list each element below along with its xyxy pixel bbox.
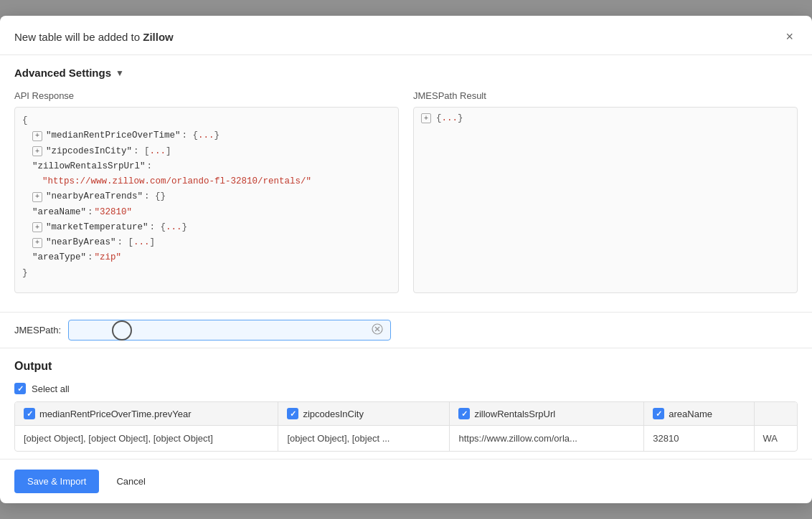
table-cell-col4: 32810 <box>644 426 754 452</box>
advanced-settings-toggle[interactable]: Advanced Settings ▼ <box>14 67 798 79</box>
jmes-result-panel: JMESPath Result + {...} <box>413 90 798 293</box>
expand-icon[interactable]: + <box>32 192 42 202</box>
jmespath-label: JMESPath: <box>14 325 61 335</box>
api-response-label: API Response <box>14 90 399 101</box>
table-header-col4: areaName <box>644 402 754 426</box>
json-line: "zillowRentalsSrpUrl" : <box>22 159 391 174</box>
table-cell-col1: [object Object], [object Object], [objec… <box>15 426 278 452</box>
jmes-result-box: + {...} <box>413 107 798 293</box>
table-row: [object Object], [object Object], [objec… <box>15 426 797 452</box>
output-table-wrap: medianRentPriceOverTime.prevYear zipcode… <box>14 401 798 452</box>
output-title: Output <box>14 360 798 373</box>
clear-icon <box>372 323 383 335</box>
output-section: Output Select all medianRentPriceOverTim… <box>0 348 812 459</box>
table-header-col3: zillowRentalsSrpUrl <box>450 402 644 426</box>
json-line: "https://www.zillow.com/orlando-fl-32810… <box>22 174 391 189</box>
json-tree: { + "medianRentPriceOverTime" : {...} + … <box>14 107 399 293</box>
expand-icon[interactable]: + <box>32 131 42 141</box>
select-all-row: Select all <box>14 383 798 394</box>
col4-checkbox[interactable] <box>653 408 664 419</box>
cancel-button[interactable]: Cancel <box>108 470 154 493</box>
advanced-settings-section: Advanced Settings ▼ API Response { + "me… <box>0 55 812 313</box>
table-header-col1: medianRentPriceOverTime.prevYear <box>15 402 278 426</box>
json-line: + "marketTemperature" : {...} <box>22 220 391 235</box>
jmespath-input[interactable] <box>75 325 370 335</box>
save-import-button[interactable]: Save & Import <box>14 470 99 493</box>
json-line: + "nearByAreas" : [...] <box>22 235 391 250</box>
table-cell-col3: https://www.zillow.com/orla... <box>450 426 644 452</box>
expand-icon[interactable]: + <box>421 113 431 123</box>
modal-header: New table will be added to Zillow × <box>0 16 812 55</box>
col2-checkbox[interactable] <box>287 408 298 419</box>
table-header-col2: zipcodesInCity <box>278 402 450 426</box>
output-table: medianRentPriceOverTime.prevYear zipcode… <box>15 402 797 451</box>
json-line: { <box>22 113 391 128</box>
table-header-col5 <box>754 402 797 426</box>
modal: New table will be added to Zillow × Adva… <box>0 16 812 503</box>
advanced-settings-label: Advanced Settings <box>14 67 111 79</box>
table-cell-col2: [object Object], [object ... <box>278 426 450 452</box>
col3-checkbox[interactable] <box>458 408 470 419</box>
json-line: + "medianRentPriceOverTime" : {...} <box>22 128 391 143</box>
jmes-result-label: JMESPath Result <box>413 90 798 101</box>
modal-title: New table will be added to Zillow <box>14 31 174 43</box>
col1-checkbox[interactable] <box>24 408 35 419</box>
select-all-checkbox[interactable] <box>14 383 26 394</box>
toggle-arrow-icon: ▼ <box>115 68 124 78</box>
jmes-result-line: + {...} <box>421 113 790 123</box>
expand-icon[interactable]: + <box>32 146 42 156</box>
close-button[interactable]: × <box>781 29 798 44</box>
api-jmes-grid: API Response { + "medianRentPriceOverTim… <box>14 90 798 293</box>
modal-footer: Save & Import Cancel <box>0 459 812 503</box>
expand-icon[interactable]: + <box>32 222 42 232</box>
jmespath-clear-button[interactable] <box>370 323 384 337</box>
json-line: "areaType" : "zip" <box>22 250 391 265</box>
json-line: + "zipcodesInCity" : [...] <box>22 144 391 159</box>
table-header-row: medianRentPriceOverTime.prevYear zipcode… <box>15 402 797 426</box>
api-response-panel: API Response { + "medianRentPriceOverTim… <box>14 90 399 293</box>
jmespath-row: JMESPath: <box>0 313 812 348</box>
select-all-label: Select all <box>32 384 70 394</box>
json-line: "areaName" : "32810" <box>22 205 391 220</box>
table-cell-col5: WA <box>754 426 797 452</box>
jmespath-input-wrap <box>68 320 391 341</box>
json-line: } <box>22 266 391 281</box>
json-line: + "nearbyAreaTrends" : {} <box>22 189 391 204</box>
expand-icon[interactable]: + <box>32 238 42 248</box>
modal-overlay: New table will be added to Zillow × Adva… <box>0 0 812 519</box>
